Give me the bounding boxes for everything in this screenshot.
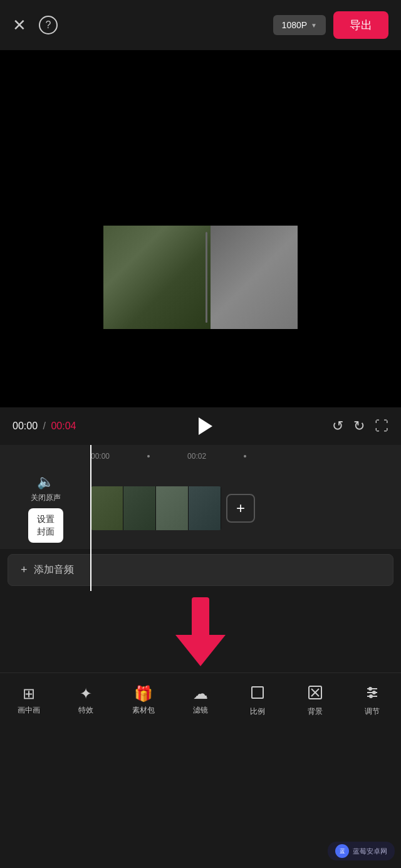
add-audio-label: 添加音频 [34,563,74,577]
total-time: 00:04 [51,421,76,431]
strip-frame-4 [189,486,221,530]
svg-point-7 [373,691,375,694]
add-clip-button[interactable]: + [226,494,255,523]
watermark: 蓝 蓝莓安卓网 [328,842,395,860]
fullscreen-button[interactable]: ⛶ [375,418,388,434]
background-icon [308,685,323,703]
tool-label-6: 调节 [365,706,380,717]
track-content[interactable]: + [91,483,401,533]
cover-line2: 封面 [37,526,55,538]
time-separator: / [43,421,46,431]
current-time: 00:00 [13,421,38,431]
arrow-head [175,635,226,666]
strip-frame-3 [156,486,189,530]
tool-background[interactable]: 背景 [296,685,334,717]
ruler-time-1: 00:00 [91,452,110,461]
frame-left [103,226,211,329]
top-bar: ✕ ? 1080P ▼ 导出 [0,0,401,50]
help-button[interactable]: ? [39,16,58,34]
ruler-dot-2 [244,455,246,458]
video-strip [91,486,221,530]
filters-icon: ☁ [193,686,208,701]
arrow-annotation [0,591,401,672]
cover-line1: 设置 [37,513,55,526]
adjust-icon [365,685,380,703]
cover-button[interactable]: 设置 封面 [28,508,63,543]
playback-controls-right: ↺ ↻ ⛶ [332,418,388,434]
speaker-icon: 🔈 [37,474,54,490]
tracks-area: 🔈 关闭原声 设置 封面 + [0,468,401,549]
bottom-toolbar: ⊞ 画中画 ✦ 特效 🎁 素材包 ☁ 滤镜 比例 背景 [0,672,401,729]
watermark-icon: 蓝 [335,844,349,858]
strip-frame-1 [91,486,123,530]
red-arrow-icon [175,597,226,666]
mute-label: 关闭原声 [31,493,61,503]
video-inner [103,110,298,348]
play-button[interactable] [192,414,217,439]
ratio-icon [250,685,265,703]
help-icon: ? [46,19,51,31]
ruler-time-2: 00:02 [187,452,206,461]
tool-label-2: 素材包 [132,705,155,716]
tool-label-3: 滤镜 [193,705,208,716]
tool-label-0: 画中画 [18,705,40,716]
top-bar-left: ✕ ? [13,16,58,34]
svg-point-5 [369,688,372,690]
add-audio-bar[interactable]: + 添加音频 [8,554,393,586]
frame-right [211,226,298,329]
close-button[interactable]: ✕ [13,17,26,33]
tool-picture-in-picture[interactable]: ⊞ 画中画 [10,686,48,716]
play-icon [199,417,212,435]
track-left: 🔈 关闭原声 设置 封面 [0,474,91,543]
ruler-dot-1 [147,455,150,458]
video-frame-mid [103,226,298,329]
video-frame-bottom [103,329,298,348]
tool-label-4: 比例 [250,706,265,717]
tool-ratio[interactable]: 比例 [239,685,276,717]
assets-icon: 🎁 [134,686,153,701]
time-display: 00:00 / 00:04 [13,421,76,432]
undo-button[interactable]: ↺ [332,418,343,434]
tool-assets[interactable]: 🎁 素材包 [125,686,162,716]
tool-label-1: 特效 [78,705,93,716]
svg-rect-0 [252,687,263,698]
watermark-text: 蓝莓安卓网 [353,847,387,856]
mute-button[interactable]: 🔈 关闭原声 [31,474,61,503]
strip-frame-2 [123,486,156,530]
redo-button[interactable]: ↻ [353,418,365,434]
picture-in-picture-icon: ⊞ [23,686,35,701]
video-frame-top [103,110,298,226]
export-button[interactable]: 导出 [333,11,388,39]
effects-icon: ✦ [80,686,92,701]
svg-point-9 [370,695,372,698]
tracks-wrapper: 00:00 00:02 🔈 关闭原声 设置 封面 + [0,445,401,591]
tool-filters[interactable]: ☁ 滤镜 [182,686,219,716]
playback-bar: 00:00 / 00:04 ↺ ↻ ⛶ [0,407,401,445]
tool-effects[interactable]: ✦ 特效 [67,686,105,716]
plus-icon: + [21,563,28,577]
tool-adjust[interactable]: 调节 [353,685,391,717]
timeline-ruler: 00:00 00:02 [0,445,401,468]
video-preview [0,50,401,407]
quality-button[interactable]: 1080P ▼ [273,15,326,35]
tool-label-5: 背景 [308,706,323,717]
quality-label: 1080P [282,20,307,30]
chevron-down-icon: ▼ [311,22,317,29]
playhead-line [90,445,91,591]
top-bar-right: 1080P ▼ 导出 [273,11,388,39]
